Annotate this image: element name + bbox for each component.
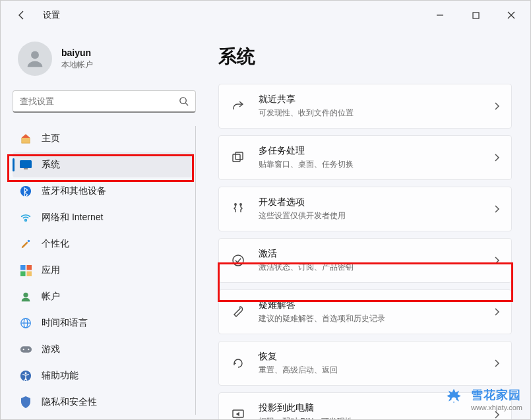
chevron-right-icon — [494, 411, 499, 419]
svg-point-4 — [31, 51, 39, 59]
chevron-right-icon — [494, 205, 499, 213]
svg-point-28 — [233, 255, 243, 266]
sidebar-item-label: 时间和语言 — [42, 317, 88, 329]
card-title: 开发者选项 — [259, 196, 494, 208]
wifi-icon — [19, 211, 32, 224]
svg-rect-8 — [24, 168, 28, 169]
share-icon — [231, 99, 245, 113]
sidebar-item-label: 系统 — [42, 159, 60, 171]
sidebar-item-label: 蓝牙和其他设备 — [42, 185, 106, 197]
card-sub: 权限、配对 PIN、可发现性 — [259, 416, 494, 419]
svg-point-31 — [451, 397, 456, 402]
sidebar-item-label: 应用 — [42, 264, 60, 276]
window-title: 设置 — [43, 9, 60, 21]
svg-point-23 — [25, 373, 27, 375]
svg-point-15 — [23, 293, 28, 297]
back-button[interactable] — [13, 6, 31, 24]
shield-icon — [19, 396, 32, 409]
svg-point-10 — [28, 240, 30, 243]
svg-line-6 — [185, 103, 188, 105]
sidebar-item-label: 辅助功能 — [42, 370, 78, 382]
card-title: 恢复 — [259, 351, 494, 363]
card-troubleshoot[interactable]: 疑难解答建议的疑难解答、首选项和历史记录 — [218, 289, 512, 334]
sidebar-item-network[interactable]: 网络和 Internet — [13, 205, 194, 230]
svg-rect-19 — [20, 346, 31, 353]
recovery-icon — [231, 356, 245, 371]
globe-icon — [19, 316, 32, 330]
sidebar-item-apps[interactable]: 应用 — [13, 258, 194, 283]
sidebar-item-label: 游戏 — [42, 344, 60, 355]
chevron-right-icon — [494, 102, 499, 110]
card-title: 疑难解答 — [259, 299, 494, 311]
svg-rect-24 — [233, 154, 240, 162]
svg-point-21 — [28, 349, 29, 350]
card-sub: 这些设置仅供开发者使用 — [259, 210, 494, 222]
watermark: 雪花家园 www.xhjaty.com — [442, 387, 522, 411]
multitask-icon — [231, 150, 245, 165]
sidebar-item-label: 帐户 — [42, 291, 60, 303]
account-icon — [19, 290, 32, 303]
svg-rect-7 — [20, 160, 32, 168]
sidebar-item-gaming[interactable]: 游戏 — [13, 337, 194, 362]
sidebar-item-label: 个性化 — [42, 238, 69, 250]
wrench-icon — [231, 305, 245, 319]
card-activation[interactable]: 激活激活状态、订阅、产品密钥 — [218, 238, 512, 283]
check-circle-icon — [231, 253, 245, 268]
snowflake-logo-icon — [442, 388, 466, 411]
card-sub: 贴靠窗口、桌面、任务切换 — [259, 159, 494, 170]
card-title: 激活 — [259, 248, 494, 260]
watermark-url: www.xhjaty.com — [471, 404, 522, 411]
sidebar-item-accessibility[interactable]: 辅助功能 — [13, 363, 194, 388]
watermark-text: 雪花家园 — [471, 387, 522, 403]
user-type: 本地帐户 — [61, 59, 93, 71]
sidebar-item-label: 隐私和安全性 — [42, 396, 97, 408]
svg-rect-12 — [26, 265, 32, 270]
chevron-right-icon — [494, 308, 499, 316]
brush-icon — [19, 237, 32, 251]
search-input[interactable] — [20, 96, 179, 106]
chevron-right-icon — [494, 256, 499, 264]
svg-rect-14 — [26, 271, 32, 276]
card-title: 多任务处理 — [259, 145, 494, 157]
sidebar-item-time-language[interactable]: 时间和语言 — [13, 311, 194, 336]
person-icon — [24, 47, 46, 70]
search-icon — [179, 96, 189, 106]
accessibility-icon — [19, 369, 32, 382]
sidebar-item-label: 网络和 Internet — [42, 212, 103, 224]
card-multitasking[interactable]: 多任务处理贴靠窗口、桌面、任务切换 — [218, 135, 512, 180]
system-icon — [19, 158, 32, 171]
close-button[interactable] — [501, 5, 521, 25]
project-icon — [231, 407, 245, 419]
sidebar-item-system[interactable]: 系统 — [13, 152, 194, 177]
user-name: baiyun — [61, 47, 93, 58]
avatar — [18, 42, 52, 76]
svg-rect-25 — [235, 152, 243, 160]
sidebar-item-home[interactable]: 主页 — [13, 126, 194, 151]
svg-rect-13 — [20, 271, 26, 276]
gamepad-icon — [19, 343, 32, 356]
home-icon — [19, 132, 32, 145]
card-sub: 可发现性、收到文件的位置 — [259, 107, 494, 119]
page-title: 系统 — [218, 44, 512, 69]
user-profile[interactable]: baiyun 本地帐户 — [13, 42, 196, 76]
sidebar-item-accounts[interactable]: 帐户 — [13, 284, 194, 309]
tools-icon — [231, 202, 245, 216]
minimize-icon — [436, 11, 444, 19]
svg-rect-1 — [473, 13, 479, 18]
sidebar-item-privacy[interactable]: 隐私和安全性 — [13, 390, 194, 415]
card-sub: 重置、高级启动、返回 — [259, 365, 494, 376]
minimize-button[interactable] — [430, 5, 450, 25]
sidebar-item-label: 主页 — [42, 133, 60, 144]
card-nearby-sharing[interactable]: 就近共享可发现性、收到文件的位置 — [218, 84, 512, 129]
card-title: 就近共享 — [259, 94, 494, 105]
card-sub: 激活状态、订阅、产品密钥 — [259, 262, 494, 273]
maximize-button[interactable] — [466, 5, 485, 25]
search-box[interactable] — [13, 90, 196, 113]
card-recovery[interactable]: 恢复重置、高级启动、返回 — [218, 341, 512, 386]
card-developer[interactable]: 开发者选项这些设置仅供开发者使用 — [218, 187, 512, 231]
chevron-right-icon — [494, 359, 499, 367]
sidebar-item-bluetooth[interactable]: 蓝牙和其他设备 — [13, 179, 194, 204]
svg-rect-11 — [20, 265, 26, 270]
apps-icon — [19, 264, 32, 277]
sidebar-item-personalization[interactable]: 个性化 — [13, 231, 194, 256]
